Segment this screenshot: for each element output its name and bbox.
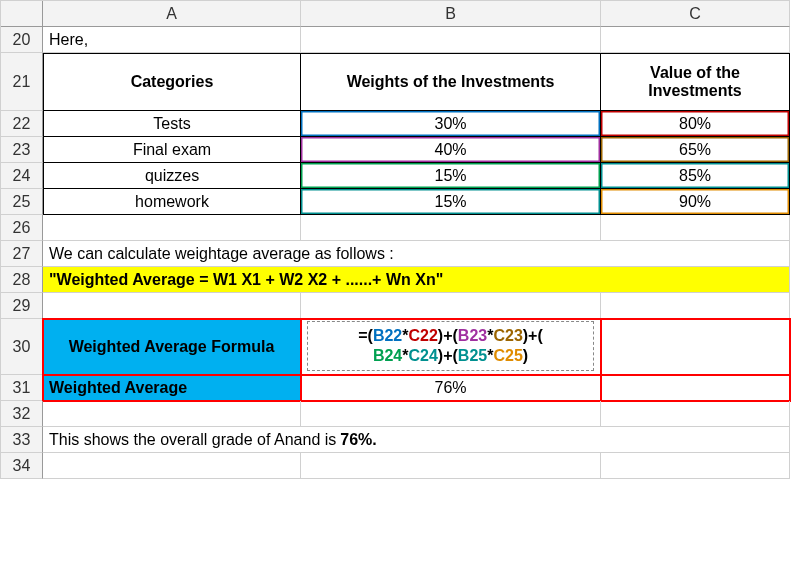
formula-plain: ) (523, 347, 528, 364)
col-header-b[interactable]: B (301, 1, 601, 27)
select-all-corner[interactable] (1, 1, 43, 27)
cell-b20[interactable] (301, 27, 601, 53)
cell-c21-value[interactable]: Value of the Investments (601, 53, 790, 111)
cell-c32[interactable] (601, 401, 790, 427)
row-header-29[interactable]: 29 (1, 293, 43, 319)
formula-ref-c22: C22 (408, 327, 437, 344)
row-header-23[interactable]: 23 (1, 137, 43, 163)
cell-a22[interactable]: Tests (43, 111, 301, 137)
cell-b29[interactable] (301, 293, 601, 319)
cell-c29[interactable] (601, 293, 790, 319)
cell-a24[interactable]: quizzes (43, 163, 301, 189)
row-header-30[interactable]: 30 (1, 319, 43, 375)
conclusion-pre: This shows the overall grade of Anand is (49, 431, 336, 449)
cell-c24[interactable]: 85% (601, 163, 790, 189)
cell-a29[interactable] (43, 293, 301, 319)
cell-b25[interactable]: 15% (301, 189, 601, 215)
row-header-22[interactable]: 22 (1, 111, 43, 137)
cell-a31-result-label[interactable]: Weighted Average (43, 375, 301, 401)
col-header-a[interactable]: A (43, 1, 301, 27)
cell-a21-categories[interactable]: Categories (43, 53, 301, 111)
row-header-34[interactable]: 34 (1, 453, 43, 479)
formula-plain: )+( (438, 347, 458, 364)
row-header-28[interactable]: 28 (1, 267, 43, 293)
formula-plain: )+( (523, 327, 543, 344)
formula-ref-b24: B24 (373, 347, 402, 364)
row-header-21[interactable]: 21 (1, 53, 43, 111)
row-header-26[interactable]: 26 (1, 215, 43, 241)
formula-ref-b25: B25 (458, 347, 487, 364)
cell-c25[interactable]: 90% (601, 189, 790, 215)
row-header-32[interactable]: 32 (1, 401, 43, 427)
cell-c31[interactable] (601, 375, 790, 401)
cell-b26[interactable] (301, 215, 601, 241)
cell-a20[interactable]: Here, (43, 27, 301, 53)
conclusion-value: 76%. (340, 431, 376, 449)
formula-editor[interactable]: =(B22*C22)+(B23*C23)+(B24*C24)+(B25*C25) (307, 321, 594, 371)
cell-b34[interactable] (301, 453, 601, 479)
formula-plain: )+( (438, 327, 458, 344)
row-header-33[interactable]: 33 (1, 427, 43, 453)
cell-b32[interactable] (301, 401, 601, 427)
cell-a34[interactable] (43, 453, 301, 479)
row-header-27[interactable]: 27 (1, 241, 43, 267)
formula-ref-c23: C23 (493, 327, 522, 344)
formula-ref-c24: C24 (408, 347, 437, 364)
spreadsheet[interactable]: A B C 20 Here, 21 Categories Weights of … (0, 0, 790, 479)
row-header-24[interactable]: 24 (1, 163, 43, 189)
cell-a23[interactable]: Final exam (43, 137, 301, 163)
cell-a33[interactable]: This shows the overall grade of Anand is… (43, 427, 790, 453)
cell-a25[interactable]: homework (43, 189, 301, 215)
cell-b31-result[interactable]: 76% (301, 375, 601, 401)
cell-a28[interactable]: "Weighted Average = W1 X1 + W2 X2 + ....… (43, 267, 790, 293)
cell-b24[interactable]: 15% (301, 163, 601, 189)
cell-c20[interactable] (601, 27, 790, 53)
cell-c30[interactable] (601, 319, 790, 375)
col-header-c[interactable]: C (601, 1, 790, 27)
cell-b23[interactable]: 40% (301, 137, 601, 163)
cell-c26[interactable] (601, 215, 790, 241)
cell-c34[interactable] (601, 453, 790, 479)
cell-a27[interactable]: We can calculate weightage average as fo… (43, 241, 790, 267)
formula-ref-b23: B23 (458, 327, 487, 344)
row-header-31[interactable]: 31 (1, 375, 43, 401)
formula-ref-b22: B22 (373, 327, 402, 344)
cell-b21-weights[interactable]: Weights of the Investments (301, 53, 601, 111)
cell-b30-formula[interactable]: =(B22*C22)+(B23*C23)+(B24*C24)+(B25*C25) (301, 319, 601, 375)
cell-a30-formula-label[interactable]: Weighted Average Formula (43, 319, 301, 375)
cell-c22[interactable]: 80% (601, 111, 790, 137)
formula-ref-c25: C25 (493, 347, 522, 364)
cell-a26[interactable] (43, 215, 301, 241)
formula-plain: =( (358, 327, 373, 344)
cell-b22[interactable]: 30% (301, 111, 601, 137)
row-header-20[interactable]: 20 (1, 27, 43, 53)
cell-c23[interactable]: 65% (601, 137, 790, 163)
row-header-25[interactable]: 25 (1, 189, 43, 215)
cell-a32[interactable] (43, 401, 301, 427)
